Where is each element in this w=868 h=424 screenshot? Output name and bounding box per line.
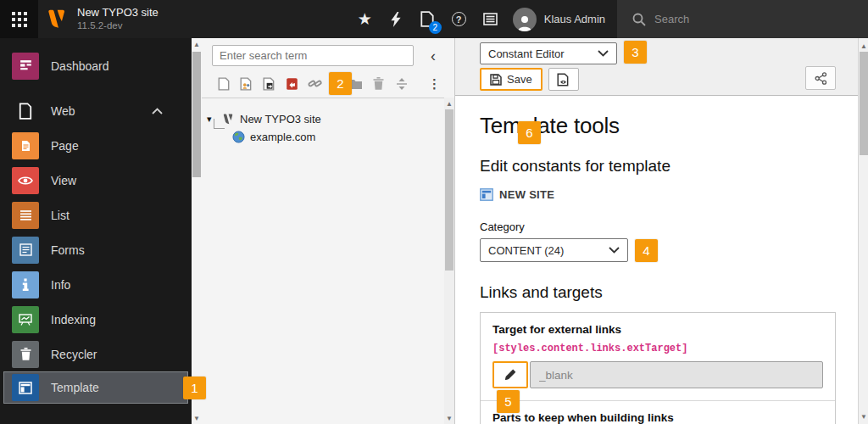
- topbar-right: ★ 2 ?: [349, 0, 868, 38]
- edit-constant-button[interactable]: [492, 361, 528, 388]
- sidebar-item-forms[interactable]: Forms: [0, 232, 192, 267]
- page-tree-panel: ‹: [202, 38, 454, 424]
- sidebar-item-label: List: [51, 209, 70, 222]
- scrollbar-thumb[interactable]: [860, 52, 868, 155]
- globe-icon: [232, 131, 245, 143]
- link-icon[interactable]: [308, 76, 322, 91]
- docheader: Constant Editor 3 Save: [455, 38, 858, 96]
- page-tree-scrollbar[interactable]: ▲ ▼: [444, 98, 454, 424]
- system-info-button[interactable]: [475, 0, 506, 38]
- section-title: Links and targets: [480, 283, 834, 302]
- user-menu[interactable]: Klaus Admin: [506, 0, 617, 38]
- avatar: [513, 8, 537, 31]
- tour-badge-5: 5: [497, 390, 520, 413]
- page-module-icon: [12, 132, 39, 159]
- star-icon: ★: [358, 9, 372, 29]
- scroll-down-arrow[interactable]: ▼: [192, 412, 202, 424]
- brand-text: New TYPO3 site 11.5.2-dev: [77, 6, 159, 32]
- sidebar-item-label: Page: [51, 139, 79, 153]
- sidebar-group-label: Web: [51, 104, 75, 118]
- expand-collapse-toggle-icon[interactable]: [394, 76, 409, 91]
- collapse-tree-icon[interactable]: ‹: [427, 48, 439, 64]
- category-row: CONTENT (24) 4: [480, 238, 834, 262]
- global-search: [617, 0, 868, 38]
- dashboard-icon: [12, 53, 39, 80]
- page-tree-search-input[interactable]: [212, 45, 414, 66]
- site-record-label: NEW SITE: [499, 188, 554, 201]
- help-button[interactable]: ?: [443, 0, 475, 38]
- field-label-row: Target for external links [styles.conten…: [492, 323, 823, 354]
- scroll-up-arrow[interactable]: ▲: [859, 40, 868, 52]
- web-icon: [12, 98, 39, 125]
- sidebar-group-web[interactable]: Web: [0, 93, 192, 128]
- tree-node-label: example.com: [250, 131, 315, 143]
- content-scrollbar[interactable]: ▲ ▼: [858, 38, 868, 424]
- scrollbar-thumb[interactable]: [445, 109, 453, 271]
- kebab-menu-icon[interactable]: ⋮: [428, 76, 441, 92]
- scroll-down-arrow[interactable]: ▼: [444, 412, 454, 424]
- constant-field-ext-target: Target for external links [styles.conten…: [481, 313, 835, 400]
- tree-node-label: New TYPO3 site: [240, 113, 321, 126]
- search-input[interactable]: [654, 13, 824, 25]
- sidebar-item-label: Indexing: [51, 313, 96, 326]
- help-icon: ?: [452, 12, 466, 26]
- template-module-icon: [12, 374, 39, 401]
- share-button[interactable]: [805, 66, 836, 90]
- sidebar-item-view[interactable]: View: [0, 163, 192, 198]
- sidebar-item-label: Dashboard: [51, 59, 109, 73]
- sidebar-item-label: Template: [51, 381, 99, 394]
- sidebar-item-list[interactable]: List: [0, 198, 192, 232]
- field-label: Parts to keep when building links: [492, 411, 674, 424]
- scroll-up-arrow[interactable]: ▲: [192, 38, 202, 50]
- save-button[interactable]: Save: [480, 68, 542, 91]
- chevron-down-icon: [609, 247, 620, 254]
- docheader-buttons: Save 6: [480, 68, 846, 91]
- constant-value-field: [530, 361, 823, 388]
- new-mountpoint-page-icon[interactable]: [285, 76, 299, 91]
- indexing-icon: [12, 306, 39, 333]
- sidebar-item-template[interactable]: Template: [3, 371, 188, 404]
- chevron-down-icon: [598, 50, 609, 57]
- sidebar-item-recycler[interactable]: Recycler: [0, 337, 192, 371]
- module-menu-toggle-button[interactable]: [0, 0, 38, 38]
- sidebar-item-dashboard[interactable]: Dashboard: [0, 48, 192, 83]
- brand[interactable]: New TYPO3 site 11.5.2-dev: [46, 6, 159, 32]
- page-tree: ▾ New TYPO3 site example.com: [202, 98, 454, 146]
- bookmark-button[interactable]: ★: [349, 0, 381, 38]
- module-sidebar: Dashboard Web Page: [0, 38, 192, 424]
- sidebar-item-indexing[interactable]: Indexing: [0, 302, 192, 337]
- tour-badge-2: 2: [329, 72, 352, 95]
- scroll-down-arrow[interactable]: ▼: [859, 410, 868, 422]
- new-shortcut-page-icon[interactable]: [262, 76, 276, 91]
- sidebar-item-page[interactable]: Page: [0, 128, 192, 163]
- view-mode-select[interactable]: Constant Editor: [480, 42, 617, 64]
- site-row: NEW SITE: [480, 188, 834, 201]
- template-record-icon: [480, 188, 493, 201]
- username: Klaus Admin: [544, 13, 605, 25]
- save-icon: [490, 74, 502, 86]
- tree-node-root[interactable]: ▾ New TYPO3 site: [207, 110, 454, 128]
- sidebar-item-info[interactable]: Info: [0, 267, 192, 302]
- preview-button[interactable]: [548, 68, 579, 91]
- workspace-count-badge: 2: [429, 21, 442, 34]
- trash-icon: [12, 341, 39, 368]
- list-module-icon: [12, 202, 39, 229]
- grid-icon: [12, 12, 27, 27]
- new-backend-user-page-icon[interactable]: [239, 76, 253, 91]
- workspace-button[interactable]: 2: [412, 0, 443, 38]
- category-select[interactable]: CONTENT (24): [480, 238, 628, 262]
- sidebar-item-label: Forms: [51, 243, 85, 257]
- delete-drop-icon[interactable]: [371, 76, 386, 91]
- module-body: Template tools Edit constants for templa…: [455, 96, 858, 424]
- tour-badge-1: 1: [183, 377, 206, 399]
- clear-cache-button[interactable]: [381, 0, 412, 38]
- scroll-up-arrow[interactable]: ▲: [444, 98, 454, 109]
- module-menu-scrollbar[interactable]: ▲ ▼: [192, 38, 202, 424]
- save-button-label: Save: [507, 73, 532, 86]
- category-value: CONTENT (24): [488, 244, 564, 257]
- tree-node-child[interactable]: example.com: [207, 128, 454, 146]
- new-page-icon[interactable]: [216, 76, 231, 91]
- info-icon: [12, 271, 39, 298]
- eye-icon: [12, 167, 39, 194]
- scrollbar-thumb[interactable]: [192, 52, 201, 177]
